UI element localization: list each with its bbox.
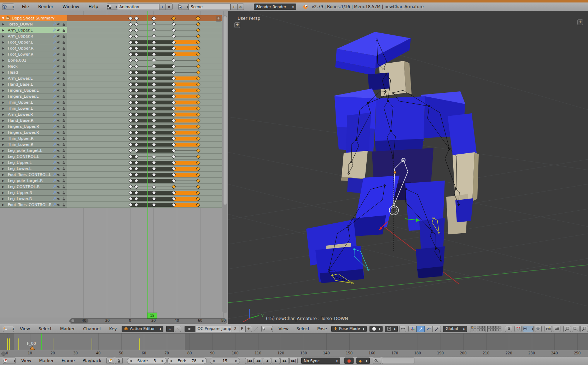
expand-icon[interactable]: ▶ [2,59,4,62]
keyframe-diamond[interactable] [196,34,200,39]
keyframe-diamond[interactable] [196,64,200,69]
dopesheet-region-expand-icon[interactable]: + [216,16,221,22]
expand-icon[interactable]: ▼ [2,17,4,20]
paste-flipped-pose-button[interactable] [580,326,588,332]
dopesheet-menu-item[interactable]: Channel [83,326,100,331]
channel-row-Fingers_Upper.L[interactable]: ▶Fingers_Upper.L [0,87,67,93]
next-keyframe-button[interactable]: ▶▶ [280,358,289,364]
channel-row-Thin_Lower.R[interactable]: ▶Thin_Lower.R [0,142,67,148]
channel-row-Fingers_Lower.L[interactable]: ▶Fingers_Lower.L [0,93,67,99]
channel-icons[interactable] [52,137,66,141]
channel-row-Leg_Upper.R[interactable]: ▶Leg_Upper.R [0,190,67,196]
current-frame-badge[interactable]: 15 [147,313,157,319]
channel-icons[interactable] [52,52,66,56]
keyframe-row[interactable] [67,33,222,39]
keyframe-row[interactable] [67,57,222,63]
expand-icon[interactable]: ▶ [2,185,4,188]
channel-row-Leg_Lower.L[interactable]: ▶Leg_Lower.L [0,166,67,172]
keying-set-field[interactable] [382,358,414,364]
dopesheet-menu-item[interactable]: View [20,326,30,331]
fake-user-button[interactable]: F [239,326,245,332]
channel-row-Leg_pole_target.R[interactable]: ▶Leg_pole_target.R [0,178,67,184]
keyframe-diamond[interactable] [196,28,200,33]
keying-set-dropdown[interactable]: ◆ ▲▼ [356,358,370,364]
layer-cell[interactable] [474,326,476,329]
expand-icon[interactable]: ▶ [2,161,4,164]
channel-icons[interactable] [52,191,66,195]
expand-icon[interactable]: ▶ [2,173,4,176]
channel-row-Arm_Upper.L[interactable]: ▶Arm_Upper.L [0,27,67,33]
action-name-field[interactable]: OC.Prepare_jump [195,326,232,332]
render-engine-dropdown[interactable]: Blender Render▲▼ [254,4,296,10]
layer-cell[interactable] [496,326,499,329]
channel-row-Arm_Lower.L[interactable]: ▶Arm_Lower.L [0,75,67,81]
keyframe-diamond[interactable] [128,58,133,63]
keyframe-diamond[interactable] [134,28,139,33]
expand-icon[interactable]: ▶ [2,203,4,206]
keyframe-diamond[interactable] [134,22,139,27]
keyframe-diamond[interactable] [128,28,133,33]
dopesheet-menu-item[interactable]: Marker [60,326,75,331]
ruler-scroll-cap[interactable] [1,352,6,356]
playback-range-button[interactable] [106,358,114,364]
timeline-editor-type-button[interactable]: ▲▼ [3,358,16,364]
scene-selector[interactable]: ▲▼ Scene + × [178,4,244,10]
channel-icons[interactable] [52,101,66,104]
screen-layout-icon[interactable]: ▲▼ [107,4,117,10]
keyframe-row[interactable] [67,130,222,136]
channel-row-Arm_Lower.R[interactable]: ▶Arm_Lower.R [0,112,67,118]
channel-row-Foot_Upper.R[interactable]: ▶Foot_Upper.R [0,45,67,51]
properties-expand-icon[interactable]: + [577,19,583,25]
jump-to-end-button[interactable]: ▶▶| [289,358,298,364]
shading-dropdown[interactable]: ▲▼ [369,326,383,332]
expand-icon[interactable]: ▶ [2,101,4,104]
timeline-menu-item[interactable]: Marker [39,358,53,363]
layer-cell[interactable] [474,329,476,331]
layer-cell[interactable] [482,329,485,331]
channel-icons[interactable] [52,70,66,74]
keyframe-diamond[interactable] [171,22,176,27]
scene-name[interactable]: Scene [189,4,231,10]
channel-summary[interactable]: ▼Dope Sheet Summary [0,15,67,21]
close-layout-button[interactable]: × [166,4,173,10]
channel-row-Thin_Upper.L[interactable]: ▶Thin_Upper.L [0,99,67,105]
keyframe-row[interactable] [67,202,222,208]
keyframe-diamond[interactable] [171,34,176,39]
channel-row-Fingers_Upper.R[interactable]: ▶Fingers_Upper.R [0,124,67,130]
expand-icon[interactable]: ▶ [2,29,4,32]
channel-icons[interactable] [52,125,66,129]
manipulator-toggle-button[interactable] [399,326,406,332]
expand-icon[interactable]: ▶ [2,137,4,140]
keyframe-diamond[interactable] [128,184,133,189]
dopesheet-menu-item[interactable]: Key [109,326,117,331]
keyframe-diamond[interactable] [152,22,156,27]
channel-row-Hand_Base.R[interactable]: ▶Hand_Base.R [0,118,67,124]
channel-row-Thin_Upper.R[interactable]: ▶Thin_Upper.R [0,136,67,142]
keyframe-diamond[interactable] [152,154,156,159]
keyframe-diamond[interactable] [196,154,200,159]
channel-icons[interactable] [52,58,66,62]
filter-dropdown[interactable]: ▽ [166,326,174,332]
layer-cell[interactable] [488,329,490,331]
dopesheet-vscrollbar-handle[interactable] [223,16,227,205]
expand-icon[interactable]: ▶ [2,167,4,170]
expand-icon[interactable]: ▶ [2,47,4,50]
jump-to-start-button[interactable]: |◀◀ [245,358,254,364]
dopesheet-ruler[interactable]: -40-20020406080 [0,318,228,324]
expand-icon[interactable]: ▶ [2,41,4,44]
channel-icons[interactable] [52,179,66,183]
timeline-marker-label[interactable]: F_00 [27,341,36,346]
dopesheet-playhead[interactable] [147,11,148,318]
channel-row-Leg_pole_target.L[interactable]: ▶Leg_pole_target.L [0,148,67,154]
keyframe-row[interactable] [67,93,222,99]
keyframe-diamond[interactable] [171,16,176,21]
layer-cell[interactable] [479,326,482,329]
keyframe-diamond[interactable] [171,154,176,159]
channel-row-Hand_Base.L[interactable]: ▶Hand_Base.L [0,81,67,87]
keyframe-row[interactable] [67,112,222,118]
marker-triangle-icon[interactable] [30,346,35,350]
expand-icon[interactable]: ▶ [2,65,4,68]
expand-icon[interactable]: ▶ [2,119,4,122]
layer-cell[interactable] [490,329,493,331]
layer-cell[interactable] [493,326,496,329]
